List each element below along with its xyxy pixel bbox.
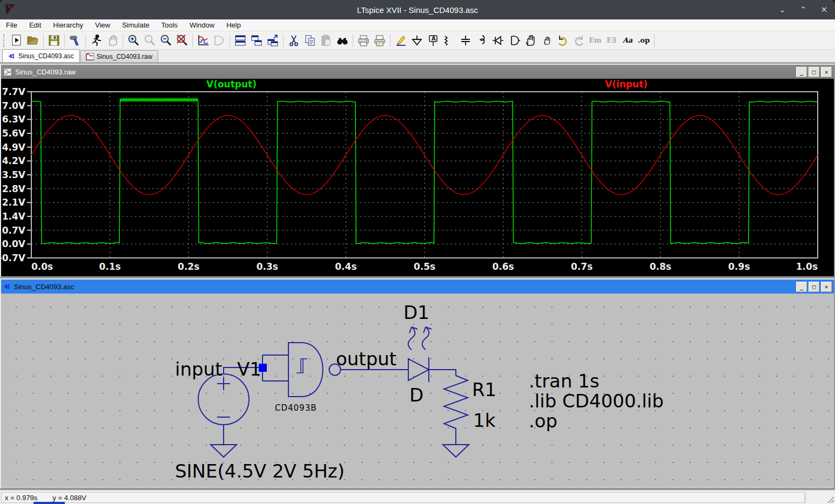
led-arrow-1 bbox=[408, 327, 418, 350]
schematic-window-titlebar[interactable]: Sinus_CD4093.asc _ □ ✕ bbox=[1, 280, 834, 294]
nand-gate-body bbox=[288, 343, 323, 397]
zoom-full-extents-icon[interactable] bbox=[174, 33, 190, 48]
cursor-x-readout: x = 0.979s bbox=[5, 494, 37, 502]
run-icon[interactable] bbox=[88, 33, 104, 48]
child-minimize-icon[interactable]: _ bbox=[796, 67, 807, 77]
x-tick-label: 0.8s bbox=[650, 261, 671, 272]
document-tabbar: Sinus_CD4093.asc Sinus_CD4093.raw bbox=[0, 50, 835, 63]
diode-symbol bbox=[408, 357, 429, 382]
place-inductor-icon[interactable] bbox=[474, 33, 490, 48]
cut-icon[interactable] bbox=[286, 33, 302, 48]
menu-help[interactable]: Help bbox=[220, 19, 247, 31]
y-tick-label: 3.5V bbox=[2, 169, 26, 180]
schematic-canvas[interactable]: input V1 output CD4093B D1 D R1 1k SINE(… bbox=[1, 294, 834, 487]
label-net-icon[interactable]: A bbox=[425, 33, 441, 48]
waveform-window-icon bbox=[3, 68, 12, 76]
waveform-tab-icon bbox=[86, 53, 94, 60]
tile-vertical-icon[interactable] bbox=[248, 33, 265, 48]
spice-directive-icon[interactable]: .op bbox=[636, 33, 652, 48]
child-maximize-icon[interactable]: □ bbox=[809, 67, 819, 77]
move-icon[interactable] bbox=[522, 33, 538, 48]
find-icon[interactable] bbox=[334, 33, 351, 48]
x-tick-label: 0.7s bbox=[571, 261, 592, 272]
source-value-label: SINE(4.5V 2V 5Hz) bbox=[175, 460, 345, 482]
menu-edit[interactable]: Edit bbox=[23, 19, 47, 31]
schmitt-hysteresis-glyph bbox=[297, 359, 307, 373]
resize-grip[interactable] bbox=[827, 496, 834, 503]
menu-simulate[interactable]: Simulate bbox=[116, 19, 156, 31]
statusbar-divider bbox=[805, 492, 806, 503]
drag-icon[interactable] bbox=[538, 33, 555, 48]
place-component-icon[interactable] bbox=[506, 33, 522, 48]
resistor-value-label: 1k bbox=[473, 410, 496, 431]
tab-schematic[interactable]: Sinus_CD4093.asc bbox=[2, 49, 80, 62]
x-tick-label: 0.3s bbox=[257, 261, 278, 272]
cursor-y-readout: y = 4.088V bbox=[52, 494, 86, 502]
resistor-symbol bbox=[444, 376, 468, 445]
led-arrow-2 bbox=[422, 327, 432, 350]
y-tick-label: 0.7V bbox=[2, 225, 26, 236]
zoom-out-icon[interactable] bbox=[158, 33, 174, 48]
ground-symbol-v1 bbox=[211, 445, 237, 457]
menu-view[interactable]: View bbox=[89, 19, 116, 31]
print-icon[interactable] bbox=[355, 33, 372, 48]
x-tick-label: 0.2s bbox=[178, 261, 199, 272]
autorange-plot-icon[interactable] bbox=[195, 33, 211, 48]
maximize-icon[interactable]: ⌃ bbox=[800, 5, 807, 15]
place-diode-icon[interactable] bbox=[490, 33, 506, 48]
minimize-icon[interactable]: ⌄ bbox=[779, 5, 786, 15]
plot-settings-icon bbox=[211, 33, 227, 48]
new-schematic-icon[interactable] bbox=[9, 33, 25, 48]
print-preview-icon[interactable] bbox=[372, 33, 388, 48]
net-label-output: output bbox=[336, 348, 396, 370]
menu-file[interactable]: File bbox=[0, 19, 23, 31]
source-name-label: V1 bbox=[237, 358, 261, 380]
halt-icon bbox=[104, 33, 120, 48]
waveform-window-titlebar[interactable]: Sinus_CD4093.raw _ □ ✕ bbox=[1, 65, 834, 79]
waveform-plot-area[interactable]: 7.7V7.0V6.3V5.6V4.9V4.2V3.5V2.8V2.1V1.4V… bbox=[1, 79, 834, 276]
child-close-icon[interactable]: ✕ bbox=[821, 282, 832, 292]
close-icon[interactable]: ✕ bbox=[820, 5, 827, 15]
child-maximize-icon[interactable]: □ bbox=[809, 282, 819, 292]
x-tick-label: 1.0s bbox=[796, 261, 818, 272]
undo-icon[interactable] bbox=[555, 33, 571, 48]
control-panel-icon[interactable] bbox=[67, 33, 83, 48]
x-tick-label: 0.4s bbox=[335, 261, 356, 272]
y-tick-label: 4.9V bbox=[2, 142, 26, 153]
menu-hierarchy[interactable]: Hierarchy bbox=[47, 19, 89, 31]
cursor-readout: x = 0.979s y = 4.088V bbox=[1, 492, 805, 503]
zoom-in-icon[interactable] bbox=[125, 33, 142, 48]
cascade-windows-icon[interactable] bbox=[265, 33, 281, 48]
svg-text:A: A bbox=[432, 36, 436, 42]
child-minimize-icon[interactable]: _ bbox=[796, 282, 807, 292]
x-tick-label: 0.6s bbox=[492, 261, 514, 272]
y-tick-label: 6.3V bbox=[2, 114, 26, 125]
legend-v-output: V(output) bbox=[206, 79, 257, 90]
zoom-area-icon bbox=[142, 33, 158, 48]
ltspice-logo-icon bbox=[3, 3, 17, 17]
draw-wire-icon[interactable] bbox=[393, 33, 409, 48]
y-tick-label: 7.0V bbox=[2, 100, 26, 111]
save-icon[interactable] bbox=[46, 33, 62, 48]
place-resistor-icon[interactable] bbox=[441, 33, 457, 48]
place-text-icon[interactable]: Aa bbox=[619, 33, 636, 48]
menu-window[interactable]: Window bbox=[184, 19, 220, 31]
titlebar[interactable]: LTspice XVII - Sinus_CD4093.asc ⌄ ⌃ ✕ bbox=[0, 0, 835, 19]
child-close-icon[interactable]: ✕ bbox=[821, 67, 832, 77]
menu-tools[interactable]: Tools bbox=[156, 19, 184, 31]
place-ground-icon[interactable] bbox=[409, 33, 425, 48]
y-tick-label: 7.7V bbox=[2, 86, 26, 97]
resistor-name-label: R1 bbox=[472, 379, 496, 400]
statusbar: x = 0.979s y = 4.088V bbox=[0, 490, 835, 504]
mirror-icon: Em bbox=[587, 33, 603, 48]
tile-horizontal-icon[interactable] bbox=[232, 33, 248, 48]
y-tick-label: 2.1V bbox=[2, 197, 26, 208]
tab-waveform[interactable]: Sinus_CD4093.raw bbox=[80, 50, 158, 62]
ground-symbol-r1 bbox=[443, 445, 469, 457]
open-icon[interactable] bbox=[25, 33, 41, 48]
place-capacitor-icon[interactable] bbox=[457, 33, 474, 48]
toolbar-grip[interactable] bbox=[3, 34, 6, 47]
copy-icon[interactable] bbox=[302, 33, 318, 48]
schematic-tab-icon bbox=[8, 52, 16, 60]
y-tick-label: 1.4V bbox=[2, 211, 26, 222]
